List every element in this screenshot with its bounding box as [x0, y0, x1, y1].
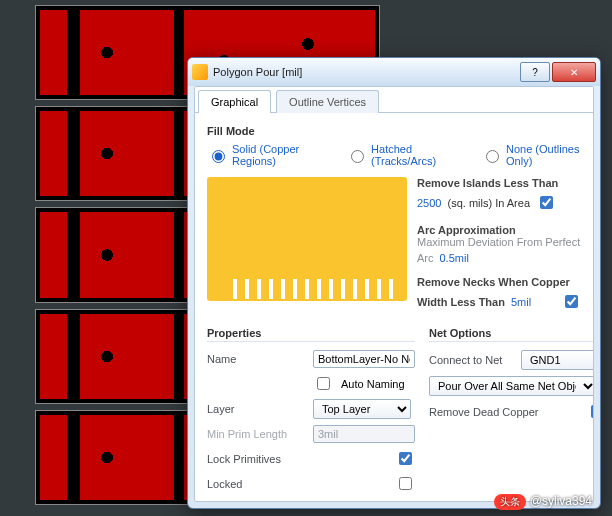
pour-rule-select[interactable]: Pour Over All Same Net Objects [429, 376, 593, 396]
radio-solid[interactable] [212, 150, 225, 163]
net-options-title: Net Options [429, 327, 593, 342]
locked-checkbox[interactable] [399, 477, 412, 490]
app-icon [192, 64, 208, 80]
help-button[interactable]: ? [520, 62, 550, 82]
radio-none[interactable] [486, 150, 499, 163]
arc-sub2: Arc [417, 252, 434, 264]
title-bar[interactable]: Polygon Pour [mil] ? ✕ [188, 58, 600, 86]
layer-select[interactable]: Top Layer [313, 399, 411, 419]
arc-sub1: Maximum Deviation From Perfect [417, 236, 581, 248]
necks-sub: Width Less Than [417, 296, 505, 308]
window-title: Polygon Pour [mil] [213, 66, 518, 78]
necks-value-link[interactable]: 5mil [511, 296, 531, 308]
name-label: Name [207, 353, 305, 365]
lock-primitives-checkbox[interactable] [399, 452, 412, 465]
name-field[interactable] [313, 350, 415, 368]
tab-outline-vertices[interactable]: Outline Vertices [276, 90, 379, 113]
fill-mode-solid[interactable]: Solid (Copper Regions) [207, 143, 316, 167]
remove-islands-header: Remove Islands Less Than [417, 177, 581, 189]
minprim-label: Min Prim Length [207, 428, 305, 440]
remove-dead-checkbox[interactable] [591, 405, 593, 418]
lock-primitives-label: Lock Primitives [207, 453, 305, 465]
close-button[interactable]: ✕ [552, 62, 596, 82]
tabs: Graphical Outline Vertices [195, 87, 593, 113]
connect-net-select[interactable]: GND1 [521, 350, 593, 370]
auto-naming-label: Auto Naming [341, 378, 405, 390]
minprim-field [313, 425, 415, 443]
remove-dead-label: Remove Dead Copper [429, 406, 559, 418]
watermark-user: @syliva394 [530, 494, 592, 508]
auto-naming-checkbox[interactable] [317, 377, 330, 390]
watermark: 头条@syliva394 [494, 494, 592, 510]
fill-mode-title: Fill Mode [207, 125, 581, 137]
arc-value-link[interactable]: 0.5mil [440, 252, 469, 264]
necks-checkbox[interactable] [565, 295, 578, 308]
properties-title: Properties [207, 327, 415, 342]
fill-mode-none[interactable]: None (Outlines Only) [481, 143, 581, 167]
remove-necks-header: Remove Necks When Copper [417, 276, 581, 288]
connect-net-label: Connect to Net [429, 354, 513, 366]
watermark-badge: 头条 [494, 494, 526, 510]
islands-checkbox[interactable] [540, 196, 553, 209]
dialog-window: Polygon Pour [mil] ? ✕ Graphical Outline… [187, 57, 601, 509]
islands-unit: (sq. mils) In Area [447, 197, 530, 209]
islands-value-link[interactable]: 2500 [417, 197, 441, 209]
radio-hatched[interactable] [351, 150, 364, 163]
locked-label: Locked [207, 478, 305, 490]
pour-preview [207, 177, 407, 301]
tab-graphical[interactable]: Graphical [198, 90, 271, 113]
fill-mode-hatched[interactable]: Hatched (Tracks/Arcs) [346, 143, 451, 167]
arc-approx-header: Arc Approximation [417, 224, 581, 236]
layer-label: Layer [207, 403, 305, 415]
